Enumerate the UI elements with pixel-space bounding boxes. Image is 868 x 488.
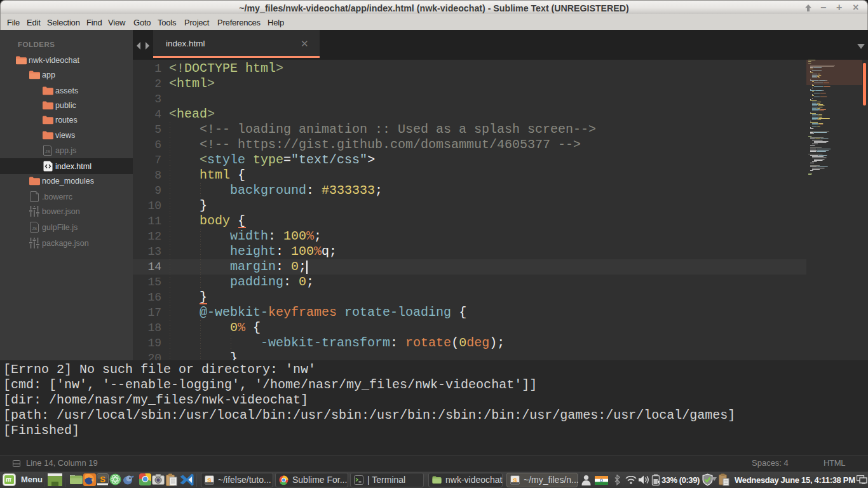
svg-text:S: S [207,477,211,484]
svg-text:JS: JS [32,226,37,231]
svg-text:S: S [100,475,105,484]
svg-text:JS: JS [45,149,51,154]
svg-text:S: S [513,477,517,484]
